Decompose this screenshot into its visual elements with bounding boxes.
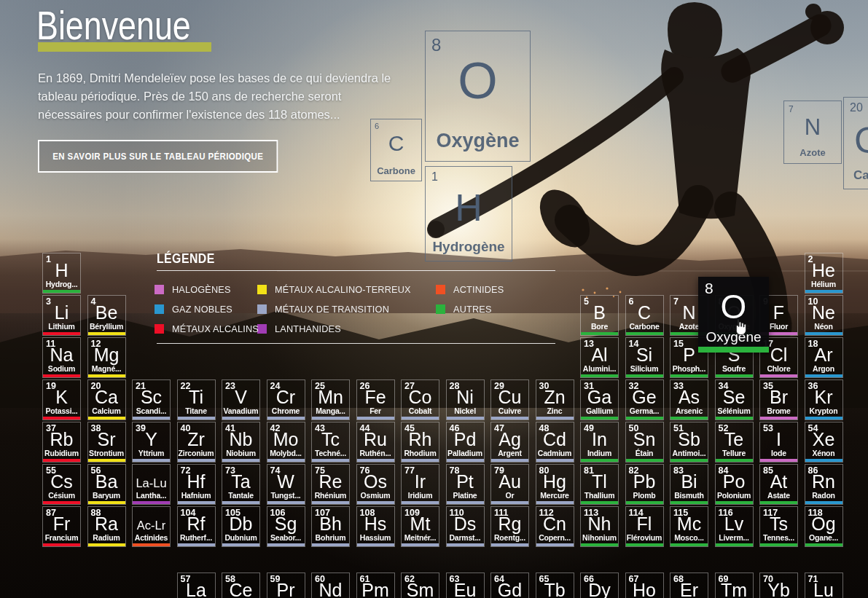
element-tile-Db[interactable]: 105DbDubnium [222, 506, 260, 547]
element-tile-Ta[interactable]: 73TaTantale [222, 464, 260, 505]
element-tile-Ba[interactable]: 56BaBaryum [87, 464, 126, 505]
element-tile-Se[interactable]: 34SeSélénium [715, 379, 754, 420]
element-tile-Gd[interactable]: 64Gd [490, 573, 529, 598]
element-tile-Sg[interactable]: 106SgSeabor... [267, 506, 305, 547]
element-tile-At[interactable]: 85AtAstate [759, 464, 798, 505]
element-tile-Pr[interactable]: 59Pr [267, 573, 305, 598]
element-tile-Cr[interactable]: 24CrChrome [267, 379, 305, 420]
element-tile-Mg[interactable]: 12MgMagné... [87, 337, 126, 378]
element-tile-oxygen-hovered[interactable]: 8 O Oxygène [698, 277, 769, 353]
element-tile-Pd[interactable]: 46PdPalladium [446, 422, 485, 463]
element-tile-Fr[interactable]: 87FrFrancium [42, 506, 81, 547]
element-tile-Rf[interactable]: 104RfRutherf... [177, 506, 216, 547]
element-tile-Au[interactable]: 79AuOr [490, 464, 529, 505]
element-tile-Lv[interactable]: 116LvLiverm... [715, 506, 754, 547]
element-tile-Pm[interactable]: 61Pm [356, 573, 395, 598]
element-tile-La[interactable]: 57La [177, 573, 216, 598]
element-tile-Kr[interactable]: 36KrKrypton [805, 379, 843, 420]
element-tile-Hs[interactable]: 108HsHassium [356, 506, 395, 547]
element-tile-Al[interactable]: 13AlAlumini... [580, 337, 619, 378]
element-tile-Og[interactable]: 118OgOgane... [805, 506, 843, 547]
element-tile-Sb[interactable]: 51SbAntimoi... [670, 422, 708, 463]
element-tile-Ru[interactable]: 44RuRuthén... [356, 422, 395, 463]
element-tile-V[interactable]: 23VVanadium [222, 379, 260, 420]
element-tile-Dy[interactable]: 66Dy [580, 573, 619, 598]
element-tile-Ir[interactable]: 77IrIridium [401, 464, 439, 505]
element-tile-Ar[interactable]: 18ArArgon [805, 337, 843, 378]
element-tile-Yb[interactable]: 70Yb [759, 573, 798, 598]
element-tile-W[interactable]: 74WTungst... [267, 464, 305, 505]
element-tile-Tc[interactable]: 43TcTechné... [311, 422, 350, 463]
element-tile-La-Lu[interactable]: La-LuLantha... [132, 464, 171, 505]
element-tile-Sn[interactable]: 50SnÉtain [625, 422, 664, 463]
element-tile-Cu[interactable]: 29CuCuivre [490, 379, 529, 420]
element-tile-Ce[interactable]: 58Ce [222, 573, 260, 598]
element-tile-Rh[interactable]: 45RhRhodium [401, 422, 439, 463]
element-tile-Rg[interactable]: 111RgRoentg... [490, 506, 529, 547]
element-tile-Ge[interactable]: 32GeGerma... [625, 379, 664, 420]
element-tile-Er[interactable]: 68Er [670, 573, 708, 598]
element-tile-Ds[interactable]: 110DsDarmst... [446, 506, 485, 547]
element-tile-Eu[interactable]: 63Eu [446, 573, 485, 598]
element-tile-Mn[interactable]: 25MnManga... [311, 379, 350, 420]
element-tile-Y[interactable]: 39YYttrium [132, 422, 171, 463]
element-tile-Ac-Lr[interactable]: Ac-LrActinides [132, 506, 171, 547]
element-tile-Hf[interactable]: 72HfHafnium [177, 464, 216, 505]
element-tile-Bi[interactable]: 83BiBismuth [670, 464, 708, 505]
element-tile-Tb[interactable]: 65Tb [536, 573, 574, 598]
element-tile-Os[interactable]: 76OsOsmium [356, 464, 395, 505]
element-tile-Cn[interactable]: 112CnCopern... [536, 506, 574, 547]
element-tile-Nd[interactable]: 60Nd [311, 573, 350, 598]
element-tile-Tm[interactable]: 69Tm [715, 573, 754, 598]
element-tile-Ca[interactable]: 20CaCalcium [87, 379, 126, 420]
element-tile-Lu[interactable]: 71Lu [805, 573, 843, 598]
element-tile-Fe[interactable]: 26FeFer [356, 379, 395, 420]
element-tile-In[interactable]: 49InIndium [580, 422, 619, 463]
element-tile-Cs[interactable]: 55CsCésium [42, 464, 81, 505]
element-tile-Ga[interactable]: 31GaGallium [580, 379, 619, 420]
element-tile-Tl[interactable]: 81TlThallium [580, 464, 619, 505]
element-tile-Xe[interactable]: 54XeXénon [805, 422, 843, 463]
element-tile-Ra[interactable]: 88RaRadium [87, 506, 126, 547]
element-tile-Zn[interactable]: 30ZnZinc [536, 379, 574, 420]
element-tile-B[interactable]: 5BBore [580, 295, 619, 336]
element-tile-Br[interactable]: 35BrBrome [759, 379, 798, 420]
element-tile-Ts[interactable]: 117TsTennes... [759, 506, 798, 547]
element-tile-Po[interactable]: 84PoPolonium [715, 464, 754, 505]
element-tile-Nh[interactable]: 113NhNihonium [580, 506, 619, 547]
element-tile-I[interactable]: 53IIode [759, 422, 798, 463]
element-tile-K[interactable]: 19KPotassi... [42, 379, 81, 420]
element-tile-Pb[interactable]: 82PbPlomb [625, 464, 664, 505]
learn-more-button[interactable]: EN SAVOIR PLUS SUR LE TABLEAU PÉRIODIQUE [38, 140, 278, 173]
element-tile-Be[interactable]: 4BeBéryllium [87, 295, 126, 336]
element-tile-Nb[interactable]: 41NbNiobium [222, 422, 260, 463]
element-tile-Mc[interactable]: 115McMosco... [670, 506, 708, 547]
element-tile-Rn[interactable]: 86RnRadon [805, 464, 843, 505]
element-tile-H[interactable]: 1HHydrog... [42, 253, 81, 294]
element-tile-Mo[interactable]: 42MoMolybd... [267, 422, 305, 463]
element-tile-Sr[interactable]: 38SrStrontium [87, 422, 126, 463]
element-tile-Cd[interactable]: 48CdCadmium [536, 422, 574, 463]
element-tile-Sc[interactable]: 21ScScandi... [132, 379, 171, 420]
element-tile-Mt[interactable]: 109MtMeitnér... [401, 506, 439, 547]
element-tile-Fl[interactable]: 114FlFlérovium [625, 506, 664, 547]
element-tile-Na[interactable]: 11NaSodium [42, 337, 81, 378]
element-tile-Ti[interactable]: 22TiTitane [177, 379, 216, 420]
element-tile-Hg[interactable]: 80HgMercure [536, 464, 574, 505]
element-tile-Zr[interactable]: 40ZrZirconium [177, 422, 216, 463]
element-tile-As[interactable]: 33AsArsenic [670, 379, 708, 420]
element-tile-He[interactable]: 2HeHélium [805, 253, 843, 294]
element-tile-Rb[interactable]: 37RbRubidium [42, 422, 81, 463]
element-tile-Pt[interactable]: 78PtPlatine [446, 464, 485, 505]
element-tile-Sm[interactable]: 62Sm [401, 573, 439, 598]
element-tile-Ni[interactable]: 28NiNickel [446, 379, 485, 420]
element-tile-C[interactable]: 6CCarbone [625, 295, 664, 336]
element-tile-Si[interactable]: 14SiSilicium [625, 337, 664, 378]
element-tile-Bh[interactable]: 107BhBohrium [311, 506, 350, 547]
element-tile-Re[interactable]: 75ReRhénium [311, 464, 350, 505]
element-tile-Ag[interactable]: 47AgArgent [490, 422, 529, 463]
element-tile-Ne[interactable]: 10NeNéon [805, 295, 843, 336]
element-tile-Co[interactable]: 27CoCobalt [401, 379, 439, 420]
element-tile-Ho[interactable]: 67Ho [625, 573, 664, 598]
element-tile-Te[interactable]: 52TeTellure [715, 422, 754, 463]
